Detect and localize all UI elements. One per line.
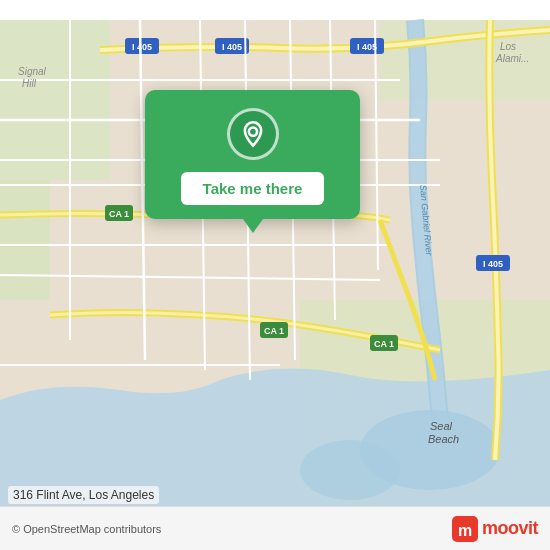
svg-rect-1 <box>0 20 110 180</box>
svg-text:I 405: I 405 <box>483 259 503 269</box>
svg-text:Signal: Signal <box>18 66 47 77</box>
location-popup: Take me there <box>145 90 360 219</box>
moovit-logo: m moovit <box>452 516 538 542</box>
moovit-text: moovit <box>482 518 538 539</box>
svg-point-6 <box>300 440 400 500</box>
svg-text:Seal: Seal <box>430 420 453 432</box>
svg-text:I 405: I 405 <box>132 42 152 52</box>
bottom-bar: © OpenStreetMap contributors m moovit <box>0 506 550 550</box>
svg-text:Alami...: Alami... <box>495 53 529 64</box>
location-pin-icon <box>239 120 267 148</box>
svg-text:m: m <box>458 522 472 539</box>
svg-rect-2 <box>0 180 50 300</box>
moovit-icon: m <box>452 516 478 542</box>
svg-text:CA 1: CA 1 <box>264 326 284 336</box>
svg-text:CA 1: CA 1 <box>109 209 129 219</box>
svg-text:Beach: Beach <box>428 433 459 445</box>
address-label: 316 Flint Ave, Los Angeles <box>8 486 159 504</box>
attribution-text: © OpenStreetMap contributors <box>12 523 161 535</box>
svg-point-44 <box>248 128 256 136</box>
map-container: I 405 I 405 I 405 CA 1 CA 1 CA 1 CA 1 I … <box>0 0 550 550</box>
map-background: I 405 I 405 I 405 CA 1 CA 1 CA 1 CA 1 I … <box>0 0 550 550</box>
svg-text:I 405: I 405 <box>357 42 377 52</box>
svg-text:Los: Los <box>500 41 516 52</box>
svg-text:CA 1: CA 1 <box>374 339 394 349</box>
svg-text:Hill: Hill <box>22 78 37 89</box>
svg-text:I 405: I 405 <box>222 42 242 52</box>
take-me-there-button[interactable]: Take me there <box>181 172 325 205</box>
location-icon-circle <box>227 108 279 160</box>
